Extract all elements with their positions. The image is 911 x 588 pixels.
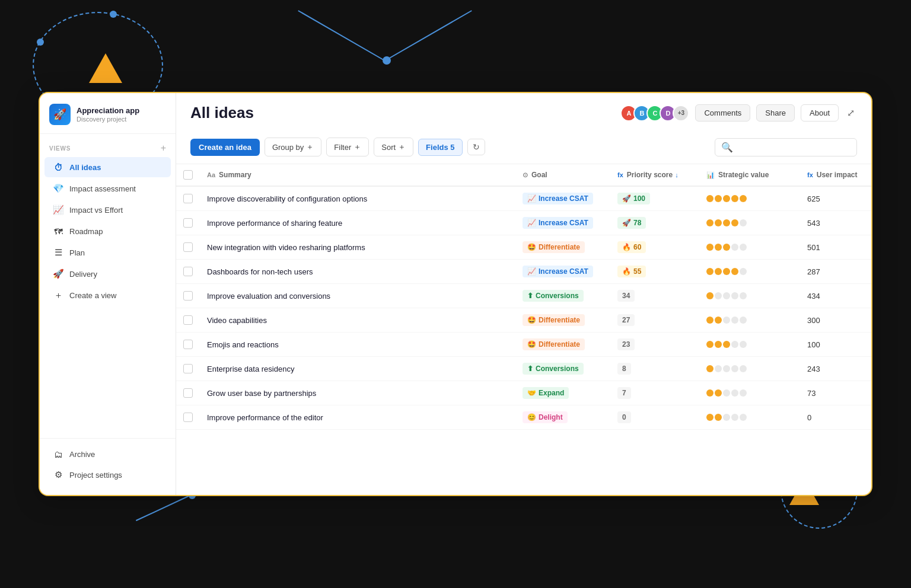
goal-badge: 📈 Increase CSAT xyxy=(523,193,593,204)
row-checkbox[interactable] xyxy=(183,388,193,398)
dot-empty xyxy=(740,219,747,226)
refresh-button[interactable]: ↻ xyxy=(467,139,485,155)
dot-filled xyxy=(740,195,747,202)
goal-emoji: 📈 xyxy=(527,267,536,276)
archive-icon: 🗂 xyxy=(53,449,63,459)
sidebar-item-plan[interactable]: ☰ Plan xyxy=(44,242,171,263)
table-body: Improve discoverability of configuration… xyxy=(176,186,871,430)
fields-button[interactable]: Fields 5 xyxy=(418,139,462,156)
cell-check xyxy=(176,405,200,430)
sort-button[interactable]: Sort ＋ xyxy=(374,138,413,156)
sidebar-item-create-view[interactable]: ＋ Create a view xyxy=(44,285,171,305)
goal-emoji: 🤩 xyxy=(527,243,536,251)
dot-empty xyxy=(723,317,730,324)
about-button[interactable]: About xyxy=(801,104,839,122)
goal-emoji: 📈 xyxy=(527,219,536,227)
sidebar-label-delivery: Delivery xyxy=(69,270,97,279)
row-checkbox[interactable] xyxy=(183,218,193,228)
priority-value: 78 xyxy=(633,219,641,227)
goal-badge: 🤩 Differentiate xyxy=(523,241,585,253)
create-idea-button[interactable]: Create an idea xyxy=(190,139,260,156)
dot-empty xyxy=(715,365,722,372)
dot-filled xyxy=(706,268,713,275)
row-checkbox[interactable] xyxy=(183,267,193,276)
cell-check xyxy=(176,357,200,381)
main-card: 🚀 Appreciation app Discovery project VIE… xyxy=(39,92,872,496)
priority-value: 8 xyxy=(622,365,626,373)
priority-value: 7 xyxy=(622,389,626,397)
strategic-dots xyxy=(706,317,793,324)
priority-badge: 23 xyxy=(617,338,635,350)
group-by-button[interactable]: Group by ＋ xyxy=(265,138,321,156)
table-row: Improve evaluation and conversions ⬆ Con… xyxy=(176,284,871,308)
sidebar-item-roadmap[interactable]: 🗺 Roadmap xyxy=(44,221,171,241)
cell-impact: 543 xyxy=(800,211,871,235)
sidebar-label-roadmap: Roadmap xyxy=(69,227,103,236)
cell-priority: 34 xyxy=(610,284,699,308)
roadmap-icon: 🗺 xyxy=(53,226,63,237)
cell-impact: 100 xyxy=(800,333,871,357)
goal-badge: ⬆ Conversions xyxy=(523,363,584,375)
sidebar-item-delivery[interactable]: 🚀 Delivery xyxy=(44,264,171,284)
row-checkbox[interactable] xyxy=(183,315,193,325)
dot-filled xyxy=(706,414,713,421)
dot-filled xyxy=(706,365,713,372)
cell-goal: 🤝 Expand xyxy=(515,381,610,405)
col-header-impact[interactable]: fx User impact xyxy=(800,164,871,186)
dot-empty xyxy=(740,365,747,372)
priority-badge: 0 xyxy=(617,411,631,423)
sidebar-item-settings[interactable]: ⚙ Project settings xyxy=(44,465,171,485)
row-checkbox[interactable] xyxy=(183,242,193,252)
expand-button[interactable]: ⤢ xyxy=(845,105,857,121)
goal-badge: 📈 Increase CSAT xyxy=(523,217,593,229)
goal-badge: ⬆ Conversions xyxy=(523,290,584,302)
dot-filled xyxy=(731,219,738,226)
sidebar-item-all-ideas[interactable]: ⏱ All ideas xyxy=(44,157,171,177)
goal-emoji: ⬆ xyxy=(527,292,533,300)
share-button[interactable]: Share xyxy=(756,104,795,122)
table-row: Emojis and reactions 🤩 Differentiate 23 … xyxy=(176,333,871,357)
priority-badge: 8 xyxy=(617,363,631,375)
table-row: Improve discoverability of configuration… xyxy=(176,186,871,211)
col-header-goal[interactable]: ⊙ Goal xyxy=(515,164,610,186)
row-checkbox[interactable] xyxy=(183,413,193,422)
cell-check xyxy=(176,260,200,284)
search-icon: 🔍 xyxy=(721,142,733,153)
row-checkbox[interactable] xyxy=(183,194,193,203)
add-view-button[interactable]: + xyxy=(161,143,166,153)
strategic-dots xyxy=(706,268,793,275)
dot-filled xyxy=(715,317,722,324)
cell-summary: Video capabilities xyxy=(200,308,515,333)
summary-text: Enterprise data residency xyxy=(207,365,294,373)
search-input[interactable] xyxy=(737,143,851,152)
comments-button[interactable]: Comments xyxy=(695,104,750,122)
col-header-strategic[interactable]: 📊 Strategic value xyxy=(699,164,800,186)
cell-strategic xyxy=(699,186,800,211)
cell-impact: 300 xyxy=(800,308,871,333)
col-header-priority[interactable]: fx Priority score ↓ xyxy=(610,164,699,186)
row-checkbox[interactable] xyxy=(183,340,193,349)
dot-filled xyxy=(706,317,713,324)
priority-badge: 34 xyxy=(617,290,635,302)
dot-empty xyxy=(723,389,730,397)
cell-check xyxy=(176,186,200,211)
row-checkbox[interactable] xyxy=(183,364,193,373)
goal-emoji: ⬆ xyxy=(527,365,533,373)
cell-goal: ⬆ Conversions xyxy=(515,357,610,381)
sidebar-item-impact-assessment[interactable]: 💎 Impact assessment xyxy=(44,178,171,199)
table-row: Grow user base by partnerships 🤝 Expand … xyxy=(176,381,871,405)
summary-text: Emojis and reactions xyxy=(207,340,279,349)
select-all-checkbox[interactable] xyxy=(183,170,193,180)
dot-filled xyxy=(715,341,722,348)
col-header-summary[interactable]: Aa Summary xyxy=(200,164,515,186)
sidebar-item-archive[interactable]: 🗂 Archive xyxy=(44,444,171,464)
summary-text: Improve performance of the editor xyxy=(207,413,323,422)
row-checkbox[interactable] xyxy=(183,291,193,301)
sidebar-item-impact-effort[interactable]: 📈 Impact vs Effort xyxy=(44,200,171,220)
goal-badge: 🤩 Differentiate xyxy=(523,314,585,326)
cell-strategic xyxy=(699,333,800,357)
filter-button[interactable]: Filter ＋ xyxy=(326,138,369,156)
cell-strategic xyxy=(699,357,800,381)
goal-label: Expand xyxy=(539,389,564,397)
summary-text: Improve performance of sharing feature xyxy=(207,219,342,228)
